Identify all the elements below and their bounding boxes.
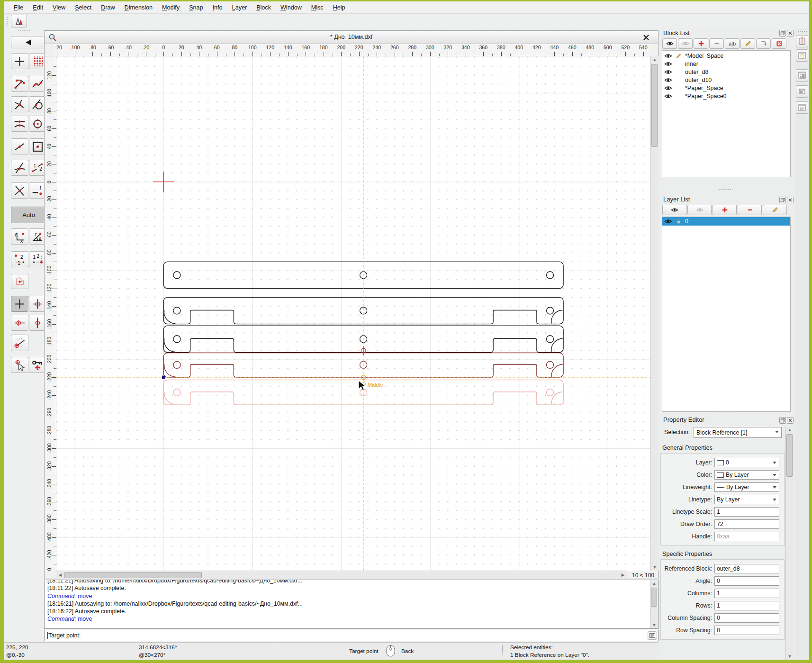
property-field[interactable]: 1 <box>714 601 779 610</box>
back-button[interactable] <box>11 36 46 48</box>
property-scrollbar[interactable]: ▲ ▼ <box>785 427 794 660</box>
selection-dropdown[interactable]: Block Reference [1] <box>694 427 782 438</box>
scroll-down-button[interactable]: ▼ <box>651 564 659 571</box>
snap-middle-button[interactable] <box>11 116 28 132</box>
remove-layer-button[interactable] <box>738 205 762 215</box>
property-scroll-handle[interactable] <box>786 434 793 477</box>
part-hole[interactable] <box>173 307 180 314</box>
menu-modify[interactable]: Modify <box>157 3 184 12</box>
property-field[interactable]: 0 <box>714 613 779 623</box>
add-block-button[interactable] <box>694 38 708 49</box>
visibility-eye-icon[interactable] <box>664 61 672 67</box>
part-hole[interactable] <box>547 389 554 396</box>
part-hole[interactable] <box>547 307 554 314</box>
property-editor-dock-button[interactable] <box>796 69 808 82</box>
lock-icon[interactable] <box>675 218 683 224</box>
vertical-scroll-handle[interactable] <box>651 64 658 147</box>
library-browser-dock-button[interactable] <box>796 35 808 47</box>
float-panel-button[interactable] <box>779 417 786 424</box>
toggle-command-history-button[interactable] <box>648 631 657 640</box>
block-list-item[interactable]: *Paper_Space0 <box>662 92 790 100</box>
property-field[interactable]: 0 <box>714 458 779 467</box>
coordinate-relative-button[interactable]: 12 <box>11 251 28 267</box>
coordinate-cartesian-button[interactable]: yx <box>11 228 28 245</box>
close-panel-button[interactable] <box>787 197 794 203</box>
part-hole[interactable] <box>173 389 180 396</box>
command-line-input[interactable]: Target point: <box>44 630 659 641</box>
menu-snap[interactable]: Snap <box>184 3 208 12</box>
horizontal-scroll-handle[interactable] <box>64 572 202 578</box>
history-scroll-handle[interactable] <box>651 588 657 607</box>
edit-reference-point-button[interactable] <box>11 357 28 373</box>
block-list-item[interactable]: outer_d8 <box>662 68 790 76</box>
menu-misc[interactable]: Misc <box>307 3 328 12</box>
rename-block-button[interactable]: a|b <box>725 38 740 49</box>
visibility-eye-icon[interactable] <box>664 85 672 91</box>
float-panel-button[interactable] <box>779 197 786 203</box>
menu-block[interactable]: Block <box>252 3 276 12</box>
history-scrollbar[interactable]: ▲ ▼ <box>650 580 658 628</box>
snap-coordinate-button[interactable] <box>11 182 28 199</box>
snap-perpendicular-button[interactable] <box>11 96 28 112</box>
property-scroll-up-button[interactable]: ▲ <box>786 427 794 433</box>
menu-help[interactable]: Help <box>328 3 350 12</box>
scroll-up-button[interactable]: ▲ <box>651 56 659 63</box>
visibility-eye-icon[interactable] <box>664 53 672 59</box>
restrict-angle-button[interactable] <box>11 335 28 351</box>
restrict-horizontal-button[interactable] <box>11 315 28 331</box>
scroll-left-button[interactable]: ◀ <box>56 572 64 578</box>
snap-end-points-button[interactable] <box>11 76 28 92</box>
block-list-item[interactable]: *Paper_Space <box>662 84 790 92</box>
snap-free-positioning-button[interactable] <box>11 53 28 69</box>
visibility-eye-icon[interactable] <box>664 69 672 75</box>
script-shell-dock-button[interactable] <box>796 101 808 114</box>
snap-auto-button[interactable]: Auto <box>11 207 46 223</box>
hide-all-blocks-button[interactable] <box>678 38 693 49</box>
close-panel-button[interactable] <box>787 30 794 36</box>
property-field[interactable]: outer_d8 <box>714 564 779 573</box>
property-scroll-down-button[interactable]: ▼ <box>786 653 794 660</box>
menu-edit[interactable]: Edit <box>28 3 48 12</box>
history-scroll-up-button[interactable]: ▲ <box>650 580 658 587</box>
menu-info[interactable]: Info <box>208 3 227 12</box>
toolbar-grip[interactable] <box>6 17 9 26</box>
property-field[interactable]: By Layer <box>714 482 779 492</box>
block-list-item[interactable]: *Model_Space <box>662 52 790 60</box>
insert-block-button[interactable] <box>756 38 771 49</box>
block-list-item[interactable]: outer_d10 <box>662 76 790 84</box>
snap-intersection-button[interactable] <box>11 160 28 176</box>
edit-block-button[interactable] <box>740 38 755 49</box>
property-field[interactable]: 0xaa <box>714 532 779 541</box>
property-field[interactable]: By Layer <box>714 470 779 480</box>
property-field[interactable]: 1 <box>714 507 779 517</box>
strip-grip[interactable] <box>798 30 807 33</box>
layer-list-item[interactable]: 0 <box>662 217 790 226</box>
command-line-dock-button[interactable] <box>796 85 808 98</box>
purge-block-button[interactable] <box>772 38 786 49</box>
horizontal-scrollbar[interactable]: ◀ ▶ <box>56 571 627 579</box>
visibility-eye-icon[interactable] <box>664 77 672 83</box>
drawing-window-titlebar[interactable]: * Дно_10мм.dxf <box>45 31 658 44</box>
visibility-eye-icon[interactable] <box>664 93 672 99</box>
edit-layer-button[interactable] <box>763 205 787 215</box>
part-hole[interactable] <box>173 336 180 343</box>
part-outline[interactable] <box>163 380 563 405</box>
add-layer-button[interactable] <box>713 205 737 215</box>
history-scroll-down-button[interactable]: ▼ <box>650 622 658 628</box>
property-field[interactable]: 72 <box>714 519 779 529</box>
menu-dimension[interactable]: Dimension <box>120 3 158 12</box>
part-hole[interactable] <box>173 361 180 368</box>
drawing-canvas[interactable]: Middle <box>56 56 650 571</box>
snap-distance-button[interactable] <box>11 138 28 154</box>
visibility-eye-icon[interactable] <box>664 218 672 224</box>
property-field[interactable]: 1 <box>714 589 779 598</box>
scroll-right-button[interactable]: ▶ <box>619 572 627 578</box>
selection-filter-dock-button[interactable] <box>796 49 808 62</box>
panel-splitter[interactable] <box>718 189 732 191</box>
property-field[interactable]: 0 <box>714 576 779 586</box>
property-field[interactable]: 0 <box>714 626 779 635</box>
hide-all-layers-button[interactable] <box>687 205 712 215</box>
remove-block-button[interactable] <box>709 38 724 49</box>
part-hole[interactable] <box>547 272 554 279</box>
close-icon[interactable] <box>643 34 650 41</box>
